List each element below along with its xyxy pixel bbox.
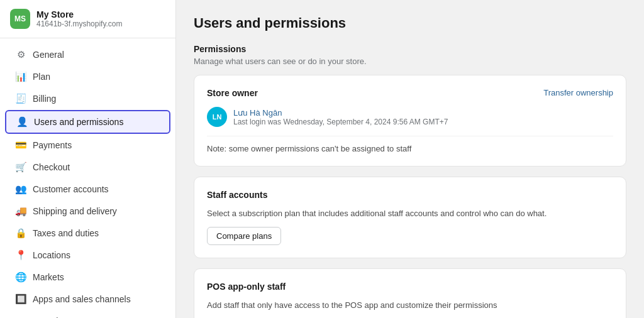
sidebar-item-label-shipping: Shipping and delivery bbox=[33, 206, 117, 216]
sidebar-item-apps[interactable]: 🔲Apps and sales channels bbox=[5, 288, 170, 310]
store-header[interactable]: MS My Store 41641b-3f.myshopify.com bbox=[0, 0, 175, 38]
permissions-desc: Manage what users can see or do in your … bbox=[194, 57, 626, 66]
staff-card-header: Staff accounts bbox=[207, 190, 613, 200]
sidebar-item-label-checkout: Checkout bbox=[33, 162, 70, 172]
staff-accounts-title: Staff accounts bbox=[207, 190, 267, 200]
domains-icon: 🖥 bbox=[15, 315, 26, 318]
sidebar: MS My Store 41641b-3f.myshopify.com ⚙Gen… bbox=[0, 0, 176, 318]
owner-info: Lưu Hà Ngân Last login was Wednesday, Se… bbox=[233, 108, 448, 126]
markets-icon: 🌐 bbox=[15, 271, 26, 283]
sidebar-item-label-markets: Markets bbox=[33, 272, 64, 282]
sidebar-item-label-general: General bbox=[33, 50, 64, 60]
taxes-icon: 🔒 bbox=[15, 228, 26, 239]
main-content: Users and permissions Permissions Manage… bbox=[176, 0, 644, 318]
permissions-section: Permissions Manage what users can see or… bbox=[194, 44, 626, 66]
store-info: My Store 41641b-3f.myshopify.com bbox=[36, 9, 123, 28]
sidebar-item-domains[interactable]: 🖥Domains bbox=[5, 310, 170, 318]
sidebar-item-label-locations: Locations bbox=[33, 250, 70, 260]
page-title: Users and permissions bbox=[194, 15, 626, 31]
owner-name[interactable]: Lưu Hà Ngân bbox=[233, 108, 448, 118]
transfer-ownership-link[interactable]: Transfer ownership bbox=[543, 88, 613, 97]
sidebar-item-label-users: Users and permissions bbox=[34, 117, 123, 127]
sidebar-item-billing[interactable]: 🧾Billing bbox=[5, 88, 170, 109]
store-owner-title: Store owner bbox=[207, 88, 258, 98]
general-icon: ⚙ bbox=[15, 49, 26, 60]
pos-card: POS app-only staff Add staff that only h… bbox=[194, 268, 626, 318]
sidebar-item-label-billing: Billing bbox=[33, 94, 56, 104]
sidebar-item-users[interactable]: 👤Users and permissions bbox=[5, 110, 170, 134]
pos-title: POS app-only staff bbox=[207, 282, 286, 292]
customer-accounts-icon: 👥 bbox=[15, 184, 26, 195]
sidebar-item-markets[interactable]: 🌐Markets bbox=[5, 266, 170, 288]
payments-icon: 💳 bbox=[15, 140, 26, 151]
compare-plans-button[interactable]: Compare plans bbox=[207, 227, 281, 245]
sidebar-item-label-payments: Payments bbox=[33, 140, 72, 150]
apps-icon: 🔲 bbox=[15, 293, 26, 305]
sidebar-item-shipping[interactable]: 🚚Shipping and delivery bbox=[5, 200, 170, 222]
sidebar-item-locations[interactable]: 📍Locations bbox=[5, 244, 170, 266]
users-icon: 👤 bbox=[16, 116, 28, 128]
sidebar-item-taxes[interactable]: 🔒Taxes and duties bbox=[5, 222, 170, 244]
store-avatar: MS bbox=[10, 9, 30, 29]
owner-login: Last login was Wednesday, September 4, 2… bbox=[233, 118, 448, 126]
sidebar-item-label-taxes: Taxes and duties bbox=[33, 228, 99, 238]
owner-note: Note: some owner permissions can't be as… bbox=[207, 136, 613, 153]
pos-card-header: POS app-only staff bbox=[207, 282, 613, 292]
owner-row: LN Lưu Hà Ngân Last login was Wednesday,… bbox=[207, 107, 613, 127]
sidebar-item-general[interactable]: ⚙General bbox=[5, 44, 170, 65]
locations-icon: 📍 bbox=[15, 249, 26, 261]
card-header: Store owner Transfer ownership bbox=[207, 88, 613, 98]
nav-list: ⚙General📊Plan🧾Billing👤Users and permissi… bbox=[0, 38, 175, 318]
staff-accounts-card: Staff accounts Select a subscription pla… bbox=[194, 177, 626, 258]
pos-desc: Add staff that only have access to the P… bbox=[207, 300, 613, 310]
billing-icon: 🧾 bbox=[15, 93, 26, 104]
sidebar-item-label-plan: Plan bbox=[33, 72, 50, 82]
shipping-icon: 🚚 bbox=[15, 206, 26, 217]
sidebar-item-customer-accounts[interactable]: 👥Customer accounts bbox=[5, 178, 170, 200]
sidebar-item-label-apps: Apps and sales channels bbox=[33, 294, 131, 304]
staff-accounts-desc: Select a subscription plan that includes… bbox=[207, 209, 613, 218]
checkout-icon: 🛒 bbox=[15, 162, 26, 173]
store-name: My Store bbox=[36, 9, 123, 19]
plan-icon: 📊 bbox=[15, 71, 26, 82]
store-owner-card: Store owner Transfer ownership LN Lưu Hà… bbox=[194, 75, 626, 167]
permissions-label: Permissions bbox=[194, 44, 626, 54]
sidebar-item-payments[interactable]: 💳Payments bbox=[5, 134, 170, 156]
store-url: 41641b-3f.myshopify.com bbox=[36, 19, 123, 28]
sidebar-item-checkout[interactable]: 🛒Checkout bbox=[5, 156, 170, 178]
sidebar-item-plan[interactable]: 📊Plan bbox=[5, 66, 170, 87]
sidebar-item-label-customer-accounts: Customer accounts bbox=[33, 184, 109, 194]
owner-avatar: LN bbox=[207, 107, 227, 127]
